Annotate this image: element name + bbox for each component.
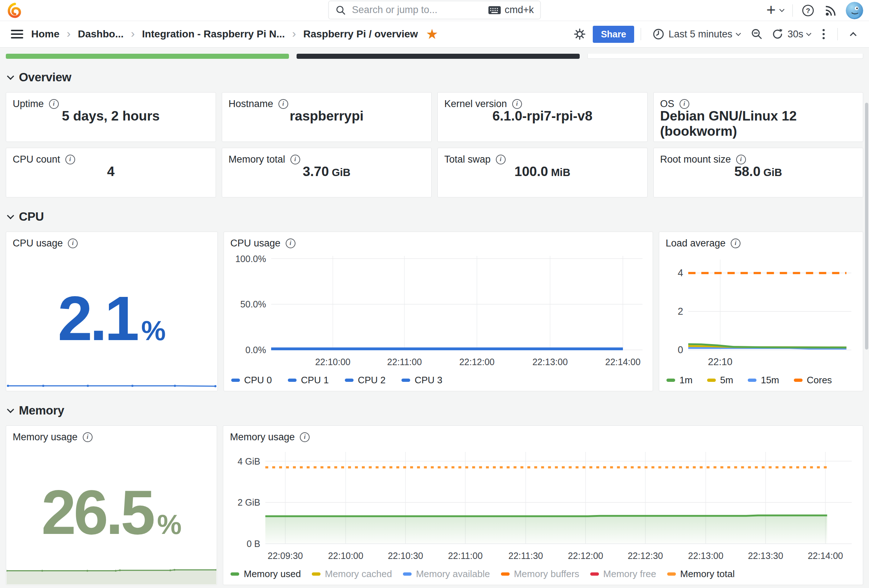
breadcrumb-item[interactable]: Home bbox=[31, 28, 59, 40]
dashboard-content: Overview Uptimei5 days, 2 hoursHostnamei… bbox=[0, 47, 869, 585]
grafana-logo-icon[interactable] bbox=[7, 2, 22, 19]
breadcrumb-item[interactable]: Raspberry Pi / overview bbox=[303, 28, 418, 40]
legend-item[interactable]: CPU 2 bbox=[345, 375, 386, 386]
share-button[interactable]: Share bbox=[593, 26, 634, 43]
breadcrumb-item[interactable]: Dashbo... bbox=[78, 28, 123, 40]
scrollbar-thumb[interactable] bbox=[865, 103, 868, 350]
legend-label: 1m bbox=[679, 375, 693, 386]
legend-item[interactable]: CPU 1 bbox=[288, 375, 329, 386]
stat-unit: MiB bbox=[551, 167, 570, 179]
legend-item[interactable]: 15m bbox=[748, 375, 779, 386]
partial-panels-row bbox=[6, 54, 863, 59]
info-icon[interactable]: i bbox=[736, 155, 746, 164]
stat-number: Debian GNU/Linux 12 (bookworm) bbox=[660, 108, 857, 139]
svg-text:100.0%: 100.0% bbox=[235, 254, 266, 264]
load-average-chart[interactable]: 22:10024 bbox=[666, 250, 856, 372]
chart-canvas[interactable] bbox=[6, 381, 217, 391]
info-icon[interactable]: i bbox=[679, 99, 689, 109]
avatar[interactable] bbox=[846, 2, 863, 19]
info-icon[interactable]: i bbox=[68, 238, 78, 248]
memory-usage-chart[interactable]: 22:09:3022:10:0022:10:3022:11:0022:11:30… bbox=[230, 444, 856, 566]
stat-panel: Uptimei5 days, 2 hours bbox=[6, 92, 216, 142]
panel-title[interactable]: Load average bbox=[666, 238, 726, 249]
stat-value: 4 bbox=[13, 164, 209, 193]
info-icon[interactable]: i bbox=[279, 99, 288, 109]
info-icon[interactable]: i bbox=[300, 432, 310, 442]
panel-title[interactable]: Memory usage bbox=[230, 432, 295, 443]
dashboard-settings-button[interactable] bbox=[571, 25, 589, 43]
info-icon[interactable]: i bbox=[731, 238, 740, 248]
toolbar-actions: Share Last 5 minutes 30s bbox=[571, 25, 862, 43]
breadcrumb-item[interactable]: Integration - Raspberry Pi N... bbox=[142, 28, 285, 40]
gear-icon bbox=[573, 28, 586, 41]
panel-title[interactable]: CPU count bbox=[13, 154, 60, 165]
refresh-picker[interactable]: 30s bbox=[768, 28, 813, 40]
panel-bottom-edge-dark bbox=[297, 54, 580, 59]
panel-title[interactable]: CPU usage bbox=[13, 238, 63, 249]
panel-title[interactable]: Hostname bbox=[229, 98, 273, 110]
stat-value: 58.0GiB bbox=[660, 164, 857, 193]
panel-title[interactable]: OS bbox=[660, 98, 675, 110]
section-header-cpu[interactable]: CPU bbox=[8, 210, 863, 224]
legend-item[interactable]: Memory buffers bbox=[501, 569, 579, 580]
legend-color-marker bbox=[345, 379, 354, 382]
stat-unit: % bbox=[141, 315, 166, 346]
info-icon[interactable]: i bbox=[512, 99, 522, 109]
stat-number: 2.1 bbox=[58, 287, 137, 350]
legend-item[interactable]: Memory used bbox=[230, 569, 301, 580]
section-header-overview[interactable]: Overview bbox=[8, 70, 863, 84]
stat-unit: GiB bbox=[332, 167, 351, 179]
info-icon[interactable]: i bbox=[83, 432, 93, 442]
info-icon[interactable]: i bbox=[496, 155, 506, 164]
svg-text:22:14:00: 22:14:00 bbox=[808, 551, 843, 561]
info-icon[interactable]: i bbox=[286, 238, 295, 248]
info-icon[interactable]: i bbox=[49, 99, 59, 109]
legend-item[interactable]: CPU 3 bbox=[402, 375, 442, 386]
chart-canvas[interactable] bbox=[6, 564, 217, 584]
favorite-star-icon[interactable]: ★ bbox=[426, 26, 438, 42]
search-bar[interactable]: cmd+k bbox=[329, 1, 541, 19]
svg-text:22:12:30: 22:12:30 bbox=[628, 551, 663, 561]
legend-item[interactable]: CPU 0 bbox=[231, 375, 272, 386]
panel-title[interactable]: Total swap bbox=[444, 154, 491, 165]
legend-item[interactable]: Memory total bbox=[667, 569, 735, 580]
search-input[interactable] bbox=[351, 4, 488, 16]
zoom-out-button[interactable] bbox=[748, 25, 765, 43]
legend-label: Memory cached bbox=[325, 569, 392, 580]
more-options-button[interactable] bbox=[816, 29, 831, 39]
news-button[interactable] bbox=[820, 1, 842, 19]
panel-title[interactable]: Root mount size bbox=[660, 154, 731, 165]
collapse-toolbar-button[interactable] bbox=[844, 25, 862, 43]
add-menu-button[interactable]: + bbox=[761, 1, 789, 19]
cpu-usage-chart[interactable]: 22:10:0022:11:0022:12:0022:13:0022:14:00… bbox=[230, 250, 646, 372]
info-icon[interactable]: i bbox=[65, 155, 75, 164]
menu-icon[interactable] bbox=[11, 30, 23, 39]
legend-item[interactable]: Memory free bbox=[590, 569, 656, 580]
legend-color-marker bbox=[231, 379, 240, 382]
chart-canvas[interactable]: 22:10:0022:11:0022:12:0022:13:0022:14:00… bbox=[230, 250, 646, 372]
help-button[interactable]: ? bbox=[796, 1, 820, 19]
panel-title[interactable]: Memory total bbox=[229, 154, 285, 165]
legend-item[interactable]: 5m bbox=[707, 375, 733, 386]
panel-title[interactable]: CPU usage bbox=[230, 238, 280, 249]
panel-title[interactable]: Uptime bbox=[13, 98, 44, 110]
svg-text:22:12:00: 22:12:00 bbox=[568, 551, 603, 561]
time-range-picker[interactable]: Last 5 minutes bbox=[648, 28, 746, 40]
svg-text:22:11:00: 22:11:00 bbox=[448, 551, 483, 561]
svg-text:?: ? bbox=[806, 7, 810, 15]
svg-text:2: 2 bbox=[678, 306, 683, 317]
section-header-memory[interactable]: Memory bbox=[8, 404, 863, 418]
legend-item[interactable]: 1m bbox=[666, 375, 693, 386]
legend-item[interactable]: Memory available bbox=[403, 569, 490, 580]
panel-title[interactable]: Kernel version bbox=[444, 98, 507, 110]
chevron-down-icon bbox=[7, 406, 14, 413]
panel-title[interactable]: Memory usage bbox=[13, 432, 78, 443]
info-icon[interactable]: i bbox=[291, 155, 300, 164]
legend-item[interactable]: Memory cached bbox=[312, 569, 392, 580]
legend-color-marker bbox=[288, 379, 297, 382]
chart-canvas[interactable]: 22:09:3022:10:0022:10:3022:11:0022:11:30… bbox=[230, 444, 856, 566]
chart-canvas[interactable]: 22:10024 bbox=[666, 250, 856, 372]
legend-color-marker bbox=[230, 572, 239, 576]
legend-item[interactable]: Cores bbox=[794, 375, 832, 386]
legend-color-marker bbox=[667, 572, 676, 576]
